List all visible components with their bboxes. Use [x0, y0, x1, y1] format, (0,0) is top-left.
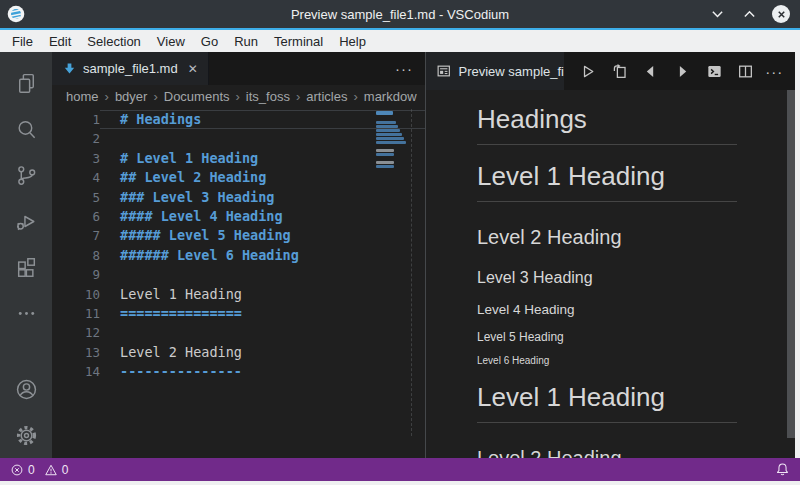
tab-close-icon[interactable]: ✕ — [184, 62, 198, 76]
line-number: 2 — [52, 129, 100, 148]
crumb-markdown[interactable]: markdow — [364, 89, 417, 104]
notifications-bell[interactable] — [775, 462, 790, 477]
run-icon[interactable] — [576, 59, 600, 83]
open-changes-icon[interactable] — [607, 59, 631, 83]
markdown-file-icon — [62, 61, 77, 76]
minimap[interactable] — [375, 109, 408, 229]
code-editor[interactable]: 1# Headings 2 3# Level 1 Heading 4## Lev… — [52, 107, 425, 458]
warnings-count: 0 — [62, 463, 69, 477]
code-line[interactable]: 11=============== — [52, 304, 425, 323]
preview-header: Preview sample_fi — [426, 52, 795, 90]
errors-icon — [10, 463, 24, 477]
crumb-bdyer[interactable]: bdyer — [115, 89, 148, 104]
line-number: 8 — [52, 246, 100, 265]
code-line[interactable]: 8###### Level 6 Heading — [52, 246, 425, 265]
code-line[interactable]: 10Level 1 Heading — [52, 285, 425, 304]
run-debug-icon[interactable] — [2, 198, 50, 244]
crumb-home[interactable]: home — [66, 89, 99, 104]
line-number: 13 — [52, 343, 100, 362]
preview-heading-4: Level 4 Heading — [477, 302, 737, 317]
overview-ruler — [411, 109, 412, 436]
line-number: 6 — [52, 207, 100, 226]
menu-view[interactable]: View — [149, 34, 193, 49]
preview-heading-2: Level 2 Heading — [477, 447, 737, 458]
window-right-border — [795, 52, 800, 458]
breadcrumb-separator: › — [105, 89, 109, 104]
code-line[interactable]: 7##### Level 5 Heading — [52, 226, 425, 245]
vscodium-logo-icon[interactable] — [7, 5, 25, 23]
line-number: 11 — [52, 304, 100, 323]
close-button[interactable] — [772, 5, 790, 23]
menu-selection[interactable]: Selection — [79, 34, 148, 49]
preview-tab[interactable]: Preview sample_fi — [426, 52, 564, 90]
code-line[interactable]: 4## Level 2 Heading — [52, 168, 425, 187]
code-line[interactable]: 12 — [52, 323, 425, 342]
bell-icon — [775, 462, 790, 477]
menu-file[interactable]: File — [4, 34, 41, 49]
preview-icon — [436, 63, 452, 79]
code-line[interactable]: 1# Headings — [52, 110, 425, 129]
maximize-button[interactable] — [740, 5, 758, 23]
code-line[interactable]: 9 — [52, 265, 425, 284]
split-editor-icon[interactable] — [734, 59, 758, 83]
breadcrumb: home › bdyer › Documents › its_foss › ar… — [52, 85, 425, 107]
extensions-icon[interactable] — [2, 244, 50, 290]
title-bar: Preview sample_file1.md - VSCodium — [0, 0, 800, 30]
menu-help[interactable]: Help — [331, 34, 374, 49]
code-line[interactable]: 6#### Level 4 Heading — [52, 207, 425, 226]
preview-more-actions-icon[interactable]: ··· — [765, 63, 783, 80]
crumb-documents[interactable]: Documents — [164, 89, 230, 104]
more-views-icon[interactable] — [2, 290, 50, 336]
breadcrumb-separator: › — [296, 89, 300, 104]
problems-indicator[interactable]: 0 0 — [10, 463, 68, 477]
editor-more-actions-icon[interactable]: ··· — [383, 52, 425, 85]
line-number: 5 — [52, 188, 100, 207]
next-icon[interactable] — [670, 59, 694, 83]
code-line[interactable]: 13Level 2 Heading — [52, 343, 425, 362]
line-number: 7 — [52, 226, 100, 245]
markdown-preview-group: Preview sample_fi — [426, 52, 795, 458]
preview-heading-6: Level 6 Heading — [477, 355, 737, 366]
window-bottom-border — [0, 481, 800, 485]
crumb-its-foss[interactable]: its_foss — [246, 89, 290, 104]
accounts-icon[interactable] — [2, 366, 50, 412]
menu-go[interactable]: Go — [193, 34, 226, 49]
preview-tab-label: Preview sample_fi — [459, 64, 565, 79]
tab-label: sample_file1.md — [83, 61, 178, 76]
preview-heading-1: Level 1 Heading — [477, 161, 737, 202]
settings-gear-icon[interactable] — [2, 412, 50, 458]
preview-heading-1: Headings — [477, 104, 737, 145]
menu-run[interactable]: Run — [226, 34, 266, 49]
previous-icon[interactable] — [639, 59, 663, 83]
window-controls — [708, 5, 800, 23]
line-number: 1 — [52, 110, 100, 129]
line-number: 3 — [52, 149, 100, 168]
menu-edit[interactable]: Edit — [41, 34, 79, 49]
preview-scrollbar[interactable] — [787, 90, 795, 438]
markdown-preview-content: Headings Level 1 Heading Level 2 Heading… — [426, 90, 795, 458]
code-line[interactable]: 14--------------- — [52, 362, 425, 381]
line-number: 10 — [52, 285, 100, 304]
preview-heading-3: Level 3 Heading — [477, 269, 737, 287]
editor-tab-bar: sample_file1.md ✕ ··· — [52, 52, 425, 85]
source-control-icon[interactable] — [2, 152, 50, 198]
crumb-articles[interactable]: articles — [306, 89, 347, 104]
search-icon[interactable] — [2, 106, 50, 152]
preview-heading-1: Level 1 Heading — [477, 382, 737, 423]
menu-terminal[interactable]: Terminal — [266, 34, 331, 49]
window-title: Preview sample_file1.md - VSCodium — [0, 7, 800, 22]
terminal-panel-icon[interactable] — [702, 59, 726, 83]
breadcrumb-separator: › — [353, 89, 357, 104]
code-line[interactable]: 3# Level 1 Heading — [52, 149, 425, 168]
code-line[interactable]: 5### Level 3 Heading — [52, 188, 425, 207]
code-line[interactable]: 2 — [52, 129, 425, 148]
explorer-icon[interactable] — [2, 60, 50, 106]
tab-sample-file1[interactable]: sample_file1.md ✕ — [52, 52, 209, 85]
minimize-button[interactable] — [708, 5, 726, 23]
preview-heading-5: Level 5 Heading — [477, 330, 737, 344]
breadcrumb-separator: › — [236, 89, 240, 104]
line-number: 12 — [52, 323, 100, 342]
vscodium-window: Preview sample_file1.md - VSCodium File … — [0, 0, 800, 485]
workbench: sample_file1.md ✕ ··· home › bdyer › Doc… — [0, 52, 800, 458]
preview-heading-2: Level 2 Heading — [477, 226, 737, 249]
